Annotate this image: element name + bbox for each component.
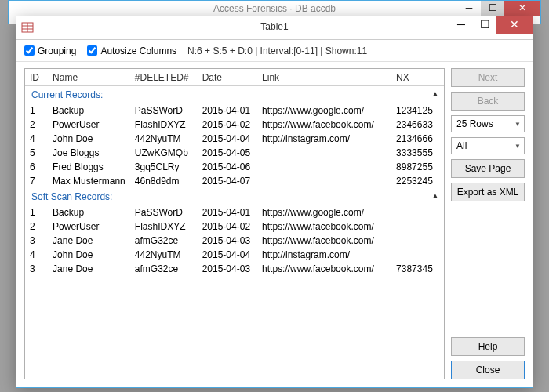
autosize-checkbox-input[interactable]	[87, 45, 97, 56]
cell-id: 1	[25, 105, 48, 116]
cell-link: https://www.facebook.com/	[257, 119, 391, 130]
grid-header: ID Name #DELETED# Date Link NX	[25, 69, 444, 86]
cell-link: https://www.google.com/	[257, 207, 391, 218]
close-dialog-button[interactable]: Close	[451, 361, 525, 379]
cell-link: https://www.facebook.com/	[257, 221, 391, 232]
cell-id: 4	[25, 133, 48, 144]
table-row[interactable]: 7Max Mustermann46n8d9dm2015-04-072253245	[25, 174, 444, 188]
cell-name: PowerUser	[48, 221, 130, 232]
table-icon	[21, 21, 34, 34]
table-row[interactable]: 1BackupPaSSWorD2015-04-01https://www.goo…	[25, 103, 444, 118]
help-button[interactable]: Help	[451, 337, 525, 356]
toolbar: Grouping Autosize Columns N:6 + S:5 + D:…	[16, 40, 533, 62]
cell-date: 2015-04-01	[198, 105, 257, 116]
cell-nx: 2346633	[391, 119, 444, 130]
cell-date: 2015-04-01	[198, 207, 257, 218]
chevron-down-icon: ▼	[514, 121, 521, 128]
table-row[interactable]: 1BackupPaSSWorD2015-04-01https://www.goo…	[25, 205, 444, 220]
col-id[interactable]: ID	[25, 72, 48, 83]
cell-del: 442NyuTM	[130, 249, 198, 260]
table-row[interactable]: 4John Doe442NyuTM2015-04-04http://instag…	[25, 248, 444, 262]
table-row[interactable]: 3Jane DoeafmG32ce2015-04-03https://www.f…	[25, 234, 444, 248]
status-text: N:6 + S:5 + D:0 | Interval:[0-11] | Show…	[187, 45, 367, 56]
maximize-button[interactable]: ☐	[473, 16, 496, 34]
table-row[interactable]: 4John Doe442NyuTM2015-04-04http://instag…	[25, 132, 444, 146]
group-current[interactable]: Current Records: ▲	[25, 86, 444, 103]
rows-select[interactable]: 25 Rows▼	[451, 115, 525, 132]
table-row[interactable]: 2PowerUserFlashIDXYZ2015-04-02https://ww…	[25, 118, 444, 132]
col-date[interactable]: Date	[198, 72, 257, 83]
dialog-title: Table1	[260, 21, 288, 32]
cell-name: Joe Bloggs	[48, 147, 130, 158]
cell-del: 442NyuTM	[130, 133, 198, 144]
cell-name: Fred Bloggs	[48, 162, 130, 172]
collapse-icon[interactable]: ▲	[431, 191, 439, 200]
cell-nx: 2253245	[391, 176, 444, 187]
cell-link: http://instagram.com/	[257, 249, 391, 260]
cell-name: Jane Doe	[48, 263, 130, 274]
minimize-button[interactable]: ─	[449, 16, 473, 34]
next-button[interactable]: Next	[451, 68, 525, 87]
cell-link	[257, 162, 391, 172]
col-name[interactable]: Name	[48, 72, 130, 83]
parent-maximize-button[interactable]: ☐	[481, 1, 504, 16]
cell-id: 7	[25, 176, 48, 187]
cell-link: https://www.facebook.com/	[257, 263, 391, 274]
table-row[interactable]: 2PowerUserFlashIDXYZ2015-04-02https://ww…	[25, 220, 444, 234]
cell-link: https://www.google.com/	[257, 105, 391, 116]
cell-nx	[391, 249, 444, 260]
col-link[interactable]: Link	[257, 72, 391, 83]
cell-nx: 3333555	[391, 147, 444, 158]
dialog-window: Table1 ─ ☐ ✕ Grouping Autosize Columns N…	[16, 16, 533, 388]
cell-nx	[391, 207, 444, 218]
table-row[interactable]: 3Jane DoeafmG32ce2015-04-03https://www.f…	[25, 262, 444, 276]
cell-nx: 1234125	[391, 105, 444, 116]
cell-date: 2015-04-03	[198, 263, 257, 274]
col-deleted[interactable]: #DELETED#	[130, 72, 198, 83]
cell-name: Max Mustermann	[48, 176, 130, 187]
cell-id: 6	[25, 162, 48, 172]
table-row[interactable]: 6Fred Bloggs3gq5CLRy2015-04-068987255	[25, 160, 444, 174]
cell-link: http://instagram.com/	[257, 133, 391, 144]
cell-del: FlashIDXYZ	[130, 221, 198, 232]
cell-nx: 7387345	[391, 263, 444, 274]
cell-date: 2015-04-06	[198, 162, 257, 172]
titlebar: Table1 ─ ☐ ✕	[16, 16, 533, 40]
export-xml-button[interactable]: Export as XML	[451, 183, 525, 201]
grouping-checkbox-input[interactable]	[24, 45, 35, 56]
cell-date: 2015-04-04	[198, 133, 257, 144]
cell-id: 3	[25, 263, 48, 274]
side-panel: Next Back 25 Rows▼ All▼ Save Page Export…	[451, 68, 525, 379]
data-grid[interactable]: ID Name #DELETED# Date Link NX Current R…	[24, 68, 445, 379]
cell-name: Backup	[48, 105, 130, 116]
cell-del: FlashIDXYZ	[130, 119, 198, 130]
table-row[interactable]: 5Joe BloggsUZwKGMQb2015-04-053333555	[25, 146, 444, 160]
col-nx[interactable]: NX	[391, 72, 444, 83]
close-button[interactable]: ✕	[496, 16, 533, 34]
cell-date: 2015-04-04	[198, 249, 257, 260]
group-soft[interactable]: Soft Scan Records: ▲	[25, 188, 444, 205]
cell-link	[257, 147, 391, 158]
cell-date: 2015-04-05	[198, 147, 257, 158]
cell-link	[257, 176, 391, 187]
cell-date: 2015-04-02	[198, 119, 257, 130]
cell-del: 3gq5CLRy	[130, 162, 198, 172]
cell-id: 2	[25, 221, 48, 232]
cell-id: 4	[25, 249, 48, 260]
autosize-label: Autosize Columns	[100, 45, 176, 56]
cell-del: UZwKGMQb	[130, 147, 198, 158]
back-button[interactable]: Back	[451, 92, 525, 111]
save-page-button[interactable]: Save Page	[451, 159, 525, 178]
cell-nx	[391, 235, 444, 246]
filter-select[interactable]: All▼	[451, 137, 525, 154]
cell-link: https://www.facebook.com/	[257, 235, 391, 246]
cell-nx: 2134666	[391, 133, 444, 144]
cell-del: PaSSWorD	[130, 207, 198, 218]
collapse-icon[interactable]: ▲	[431, 89, 439, 98]
cell-name: John Doe	[48, 133, 130, 144]
cell-nx	[391, 221, 444, 232]
autosize-checkbox[interactable]: Autosize Columns	[87, 45, 176, 56]
parent-minimize-button[interactable]: ─	[457, 1, 481, 16]
parent-close-button[interactable]: ✕	[504, 1, 540, 16]
grouping-checkbox[interactable]: Grouping	[24, 45, 76, 56]
